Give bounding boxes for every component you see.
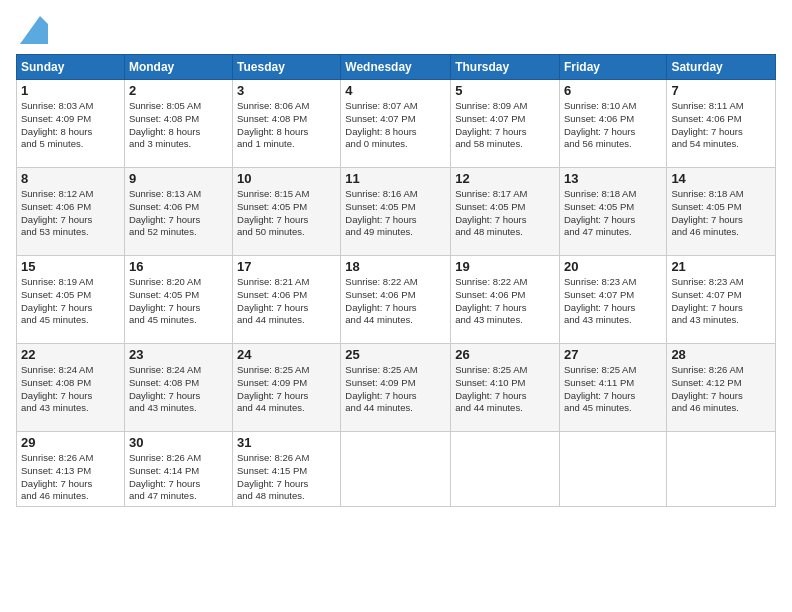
days-of-week-row: SundayMondayTuesdayWednesdayThursdayFrid…: [17, 55, 776, 80]
logo-icon: [20, 16, 48, 44]
day-header-thursday: Thursday: [451, 55, 560, 80]
calendar-cell: 12Sunrise: 8:17 AM Sunset: 4:05 PM Dayli…: [451, 168, 560, 256]
day-number: 7: [671, 83, 771, 98]
day-info: Sunrise: 8:15 AM Sunset: 4:05 PM Dayligh…: [237, 188, 336, 239]
day-info: Sunrise: 8:07 AM Sunset: 4:07 PM Dayligh…: [345, 100, 446, 151]
day-info: Sunrise: 8:03 AM Sunset: 4:09 PM Dayligh…: [21, 100, 120, 151]
calendar-cell: 3Sunrise: 8:06 AM Sunset: 4:08 PM Daylig…: [233, 80, 341, 168]
calendar-cell: 23Sunrise: 8:24 AM Sunset: 4:08 PM Dayli…: [124, 344, 232, 432]
calendar-body: 1Sunrise: 8:03 AM Sunset: 4:09 PM Daylig…: [17, 80, 776, 507]
day-number: 31: [237, 435, 336, 450]
day-number: 13: [564, 171, 662, 186]
day-number: 25: [345, 347, 446, 362]
day-info: Sunrise: 8:10 AM Sunset: 4:06 PM Dayligh…: [564, 100, 662, 151]
day-info: Sunrise: 8:25 AM Sunset: 4:09 PM Dayligh…: [237, 364, 336, 415]
day-info: Sunrise: 8:05 AM Sunset: 4:08 PM Dayligh…: [129, 100, 228, 151]
day-number: 10: [237, 171, 336, 186]
calendar-cell: 7Sunrise: 8:11 AM Sunset: 4:06 PM Daylig…: [667, 80, 776, 168]
day-info: Sunrise: 8:11 AM Sunset: 4:06 PM Dayligh…: [671, 100, 771, 151]
day-header-monday: Monday: [124, 55, 232, 80]
day-number: 9: [129, 171, 228, 186]
calendar-cell: 2Sunrise: 8:05 AM Sunset: 4:08 PM Daylig…: [124, 80, 232, 168]
calendar-cell: 29Sunrise: 8:26 AM Sunset: 4:13 PM Dayli…: [17, 432, 125, 507]
calendar-cell: 26Sunrise: 8:25 AM Sunset: 4:10 PM Dayli…: [451, 344, 560, 432]
day-info: Sunrise: 8:26 AM Sunset: 4:14 PM Dayligh…: [129, 452, 228, 503]
calendar-cell: 9Sunrise: 8:13 AM Sunset: 4:06 PM Daylig…: [124, 168, 232, 256]
header: [16, 16, 776, 44]
day-number: 29: [21, 435, 120, 450]
week-row-5: 29Sunrise: 8:26 AM Sunset: 4:13 PM Dayli…: [17, 432, 776, 507]
calendar-cell: [341, 432, 451, 507]
calendar-cell: 19Sunrise: 8:22 AM Sunset: 4:06 PM Dayli…: [451, 256, 560, 344]
day-info: Sunrise: 8:19 AM Sunset: 4:05 PM Dayligh…: [21, 276, 120, 327]
day-info: Sunrise: 8:25 AM Sunset: 4:11 PM Dayligh…: [564, 364, 662, 415]
day-info: Sunrise: 8:23 AM Sunset: 4:07 PM Dayligh…: [671, 276, 771, 327]
svg-marker-1: [20, 16, 48, 44]
calendar-table: SundayMondayTuesdayWednesdayThursdayFrid…: [16, 54, 776, 507]
calendar-cell: 4Sunrise: 8:07 AM Sunset: 4:07 PM Daylig…: [341, 80, 451, 168]
calendar-cell: 14Sunrise: 8:18 AM Sunset: 4:05 PM Dayli…: [667, 168, 776, 256]
day-number: 20: [564, 259, 662, 274]
day-info: Sunrise: 8:16 AM Sunset: 4:05 PM Dayligh…: [345, 188, 446, 239]
calendar-header: SundayMondayTuesdayWednesdayThursdayFrid…: [17, 55, 776, 80]
calendar-cell: [559, 432, 666, 507]
day-number: 17: [237, 259, 336, 274]
day-number: 24: [237, 347, 336, 362]
day-info: Sunrise: 8:24 AM Sunset: 4:08 PM Dayligh…: [129, 364, 228, 415]
calendar-cell: 8Sunrise: 8:12 AM Sunset: 4:06 PM Daylig…: [17, 168, 125, 256]
day-info: Sunrise: 8:26 AM Sunset: 4:13 PM Dayligh…: [21, 452, 120, 503]
day-number: 19: [455, 259, 555, 274]
day-number: 1: [21, 83, 120, 98]
day-info: Sunrise: 8:06 AM Sunset: 4:08 PM Dayligh…: [237, 100, 336, 151]
calendar-cell: 11Sunrise: 8:16 AM Sunset: 4:05 PM Dayli…: [341, 168, 451, 256]
calendar-cell: 5Sunrise: 8:09 AM Sunset: 4:07 PM Daylig…: [451, 80, 560, 168]
day-info: Sunrise: 8:18 AM Sunset: 4:05 PM Dayligh…: [564, 188, 662, 239]
day-number: 26: [455, 347, 555, 362]
page-container: SundayMondayTuesdayWednesdayThursdayFrid…: [0, 0, 792, 515]
day-number: 5: [455, 83, 555, 98]
week-row-3: 15Sunrise: 8:19 AM Sunset: 4:05 PM Dayli…: [17, 256, 776, 344]
day-info: Sunrise: 8:25 AM Sunset: 4:09 PM Dayligh…: [345, 364, 446, 415]
calendar-cell: 13Sunrise: 8:18 AM Sunset: 4:05 PM Dayli…: [559, 168, 666, 256]
calendar-cell: [667, 432, 776, 507]
calendar-cell: 6Sunrise: 8:10 AM Sunset: 4:06 PM Daylig…: [559, 80, 666, 168]
calendar-cell: 1Sunrise: 8:03 AM Sunset: 4:09 PM Daylig…: [17, 80, 125, 168]
day-number: 3: [237, 83, 336, 98]
calendar-cell: 17Sunrise: 8:21 AM Sunset: 4:06 PM Dayli…: [233, 256, 341, 344]
day-info: Sunrise: 8:24 AM Sunset: 4:08 PM Dayligh…: [21, 364, 120, 415]
day-number: 8: [21, 171, 120, 186]
calendar-cell: 28Sunrise: 8:26 AM Sunset: 4:12 PM Dayli…: [667, 344, 776, 432]
calendar-cell: 15Sunrise: 8:19 AM Sunset: 4:05 PM Dayli…: [17, 256, 125, 344]
calendar-cell: 21Sunrise: 8:23 AM Sunset: 4:07 PM Dayli…: [667, 256, 776, 344]
day-info: Sunrise: 8:26 AM Sunset: 4:12 PM Dayligh…: [671, 364, 771, 415]
calendar-cell: 27Sunrise: 8:25 AM Sunset: 4:11 PM Dayli…: [559, 344, 666, 432]
calendar-cell: 31Sunrise: 8:26 AM Sunset: 4:15 PM Dayli…: [233, 432, 341, 507]
day-info: Sunrise: 8:17 AM Sunset: 4:05 PM Dayligh…: [455, 188, 555, 239]
day-info: Sunrise: 8:12 AM Sunset: 4:06 PM Dayligh…: [21, 188, 120, 239]
calendar-cell: 22Sunrise: 8:24 AM Sunset: 4:08 PM Dayli…: [17, 344, 125, 432]
calendar-cell: [451, 432, 560, 507]
calendar-cell: 30Sunrise: 8:26 AM Sunset: 4:14 PM Dayli…: [124, 432, 232, 507]
calendar-cell: 20Sunrise: 8:23 AM Sunset: 4:07 PM Dayli…: [559, 256, 666, 344]
day-number: 18: [345, 259, 446, 274]
day-header-wednesday: Wednesday: [341, 55, 451, 80]
calendar-cell: 25Sunrise: 8:25 AM Sunset: 4:09 PM Dayli…: [341, 344, 451, 432]
day-number: 21: [671, 259, 771, 274]
day-number: 2: [129, 83, 228, 98]
day-number: 16: [129, 259, 228, 274]
day-number: 30: [129, 435, 228, 450]
day-info: Sunrise: 8:18 AM Sunset: 4:05 PM Dayligh…: [671, 188, 771, 239]
day-number: 27: [564, 347, 662, 362]
week-row-2: 8Sunrise: 8:12 AM Sunset: 4:06 PM Daylig…: [17, 168, 776, 256]
calendar-cell: 18Sunrise: 8:22 AM Sunset: 4:06 PM Dayli…: [341, 256, 451, 344]
calendar-cell: 24Sunrise: 8:25 AM Sunset: 4:09 PM Dayli…: [233, 344, 341, 432]
calendar-cell: 16Sunrise: 8:20 AM Sunset: 4:05 PM Dayli…: [124, 256, 232, 344]
day-info: Sunrise: 8:09 AM Sunset: 4:07 PM Dayligh…: [455, 100, 555, 151]
calendar-cell: 10Sunrise: 8:15 AM Sunset: 4:05 PM Dayli…: [233, 168, 341, 256]
week-row-1: 1Sunrise: 8:03 AM Sunset: 4:09 PM Daylig…: [17, 80, 776, 168]
day-info: Sunrise: 8:25 AM Sunset: 4:10 PM Dayligh…: [455, 364, 555, 415]
day-number: 4: [345, 83, 446, 98]
day-header-friday: Friday: [559, 55, 666, 80]
day-number: 15: [21, 259, 120, 274]
day-info: Sunrise: 8:20 AM Sunset: 4:05 PM Dayligh…: [129, 276, 228, 327]
